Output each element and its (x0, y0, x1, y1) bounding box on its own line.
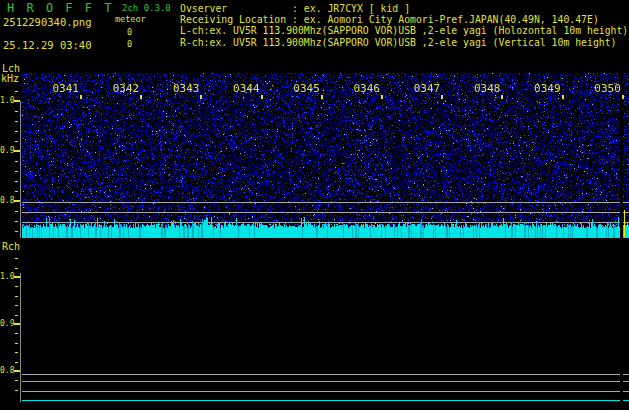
app-version: 2ch 0.3.0 (122, 3, 171, 13)
location-line: Receiving Location : ex. Aomori City Aom… (180, 14, 629, 25)
observer-line: Ovserver : ex. JR7CYX [ kid ] (180, 3, 629, 14)
y-minor-tick (15, 343, 18, 344)
y-major-tick (14, 276, 20, 278)
y-minor-tick (15, 362, 18, 363)
time-label-0348: 0348 (472, 82, 500, 95)
time-tick (321, 95, 323, 99)
output-filename: 2512290340.png (3, 16, 92, 28)
lch-spectrogram-panel: 0341034203430344034503460347034803490350 (22, 73, 629, 238)
app-title: H R O F F T (7, 1, 114, 15)
y-major-tick (14, 323, 20, 325)
time-label-0346: 0346 (352, 82, 380, 95)
time-label-0347: 0347 (412, 82, 440, 95)
y-minor-tick (15, 258, 18, 259)
y-minor-tick (15, 333, 18, 334)
datetime-label: 25.12.29 03:40 (3, 39, 92, 51)
y-minor-tick (15, 191, 18, 192)
mode-label: meteor (115, 14, 146, 24)
y-minor-tick (15, 171, 18, 172)
lch-spectrogram-canvas (22, 73, 629, 238)
y-minor-tick (15, 231, 18, 232)
lch-axis-line (20, 101, 21, 238)
y-minor-tick (15, 181, 18, 182)
time-tick (381, 95, 383, 99)
time-tick (441, 95, 443, 99)
rch-grid-line (22, 391, 629, 392)
y-minor-tick (15, 380, 18, 381)
y-minor-tick (15, 296, 18, 297)
time-tick (140, 95, 142, 99)
time-tick (562, 95, 564, 99)
time-label-0343: 0343 (171, 82, 199, 95)
rch-ytick-0-8: 0.8 (0, 366, 14, 375)
y-minor-tick (15, 211, 18, 212)
y-minor-tick (15, 305, 18, 306)
y-minor-tick (15, 131, 18, 132)
rch-axis-line (20, 273, 21, 402)
y-minor-tick (15, 268, 18, 269)
lch-ytick-0-9: 0.9 (0, 146, 14, 155)
time-label-0349: 0349 (533, 82, 561, 95)
time-label-0344: 0344 (232, 82, 260, 95)
time-tick (501, 95, 503, 99)
lch-axis-unit: kHz (1, 73, 19, 84)
rch-signal-baseline (22, 400, 629, 401)
time-label-0345: 0345 (292, 82, 320, 95)
rch-grid-line (22, 381, 629, 382)
rch-info-line: R-ch:ex. UV5R 113.900Mhz(SAPPORO VOR)USB… (180, 37, 629, 48)
time-label-0350: 0350 (593, 82, 621, 95)
y-minor-tick (15, 81, 18, 82)
time-label-0341: 0341 (51, 82, 79, 95)
y-minor-tick (15, 315, 18, 316)
hrofft-window: H R O F F T 2ch 0.3.0 2512290340.png met… (0, 0, 629, 410)
y-minor-tick (15, 91, 18, 92)
y-major-tick (14, 370, 20, 372)
y-minor-tick (15, 111, 18, 112)
time-tick (622, 95, 624, 99)
live-edge-gap (620, 255, 623, 405)
rch-spectrogram-panel (22, 255, 629, 405)
y-minor-tick (15, 286, 18, 287)
rch-ytick-1-0: 1.0 (0, 272, 14, 281)
y-major-tick (14, 150, 20, 152)
time-tick (261, 95, 263, 99)
y-minor-tick (15, 221, 18, 222)
time-label-0342: 0342 (111, 82, 139, 95)
station-info-block: Ovserver : ex. JR7CYX [ kid ] Receiving … (180, 3, 629, 48)
meteor-count-top: 0 (127, 27, 132, 37)
lch-ytick-1-0: 1.0 (0, 96, 14, 105)
y-minor-tick (15, 352, 18, 353)
lch-ytick-0-8: 0.8 (0, 196, 14, 205)
y-minor-tick (15, 121, 18, 122)
y-major-tick (14, 100, 20, 102)
y-major-tick (14, 200, 20, 202)
rch-ytick-0-9: 0.9 (0, 319, 14, 328)
lch-info-line: L-ch:ex. UV5R 113.900Mhz(SAPPORO VOR)USB… (180, 25, 629, 36)
y-minor-tick (15, 141, 18, 142)
rch-axis-label: Rch (2, 241, 20, 252)
rch-grid-line (22, 374, 629, 375)
meteor-count-bottom: 0 (127, 39, 132, 49)
y-minor-tick (15, 390, 18, 391)
time-tick (200, 95, 202, 99)
time-tick (80, 95, 82, 99)
y-minor-tick (15, 161, 18, 162)
